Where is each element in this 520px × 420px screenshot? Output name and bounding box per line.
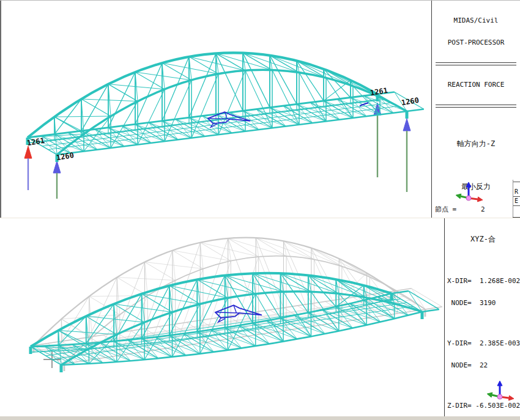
x-dir-value: X-DIR= 1.268E-002 [447, 278, 519, 285]
result-type-label: XYZ-合 [447, 235, 519, 244]
vehicle-load-glyph [215, 305, 262, 322]
displacement-model-viewport[interactable] [0, 218, 444, 416]
fragment-text: R [513, 188, 520, 196]
view-axis-triad-icon [451, 180, 486, 214]
y-dir-node: NODE= 22 [447, 362, 519, 369]
view-axis-triad-icon [483, 378, 517, 413]
reaction-model-viewport[interactable] [0, 1, 431, 218]
reaction-force-view-panel: 1261 1260 1261 1260 MIDAS/Civil POST-PRO… [0, 0, 520, 218]
app-subtitle: POST-PROCESSOR [435, 39, 517, 46]
midas-civil-postprocessor-screen: 1261 1260 1261 1260 MIDAS/Civil POST-PRO… [0, 0, 520, 420]
app-title: MIDAS/Civil [435, 17, 517, 24]
separator [513, 205, 520, 206]
displacement-sidebar: XYZ-合 X-DIR= 1.268E-002 NODE= 3190 Y-DIR… [444, 218, 520, 416]
axis-triad [456, 182, 483, 202]
result-type-label: REACTION FORCE [435, 81, 517, 89]
window-left-edge [0, 1, 1, 218]
panel-divider [0, 218, 520, 218]
displacement-view-panel: XYZ-合 X-DIR= 1.268E-002 NODE= 3190 Y-DIR… [0, 218, 520, 416]
reaction-force-sidebar: MIDAS/Civil POST-PROCESSOR REACTION FORC… [431, 1, 520, 218]
undeformed-model [34, 238, 442, 371]
fragment-text: E [513, 197, 520, 205]
background-window-fragment: R E [513, 180, 520, 218]
y-dir-value: Y-DIR= 2.385E-003 [447, 340, 519, 347]
x-dir-node: NODE= 3190 [447, 300, 519, 307]
separator [436, 105, 516, 108]
axis-triad [487, 381, 514, 400]
bridge-model [28, 53, 424, 162]
separator [436, 62, 516, 65]
component-label: 軸方向力-Z [435, 140, 517, 149]
window-bottom-edge [0, 416, 520, 420]
